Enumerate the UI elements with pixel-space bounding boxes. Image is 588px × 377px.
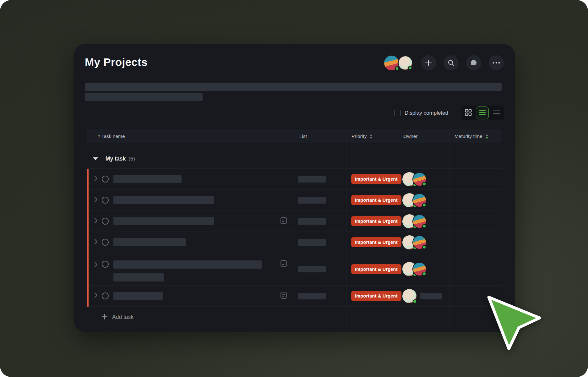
toolbar <box>384 55 504 70</box>
task-name-placeholder-group <box>113 260 262 281</box>
priority-badge[interactable]: Important & Urgent <box>351 264 401 274</box>
task-status-circle[interactable] <box>102 218 109 225</box>
list-placeholder <box>298 293 326 299</box>
search-button[interactable] <box>444 55 459 70</box>
group-row-my-task: My task (6) <box>87 149 502 169</box>
online-status-dot <box>422 245 426 249</box>
mouse-cursor-arrow <box>486 295 543 352</box>
table-header: # Task name List Priority Owner Maturity… <box>87 129 502 143</box>
plus-icon <box>425 59 432 66</box>
maturity-time-cell[interactable] <box>449 169 502 189</box>
task-row-6[interactable]: Important & Urgent <box>87 286 502 307</box>
expand-chevron-icon[interactable] <box>94 262 98 269</box>
list-placeholder <box>298 266 326 272</box>
list-placeholder <box>298 239 326 246</box>
column-header-owner[interactable]: Owner <box>398 129 449 143</box>
column-header-list[interactable]: List <box>294 129 346 143</box>
chat-bubble-icon <box>470 59 477 67</box>
task-name-placeholder <box>113 238 186 246</box>
add-task-label: Add task <box>112 314 133 320</box>
owner-avatar-teal-hat[interactable] <box>412 214 427 228</box>
task-name-placeholder <box>113 217 214 225</box>
task-status-circle[interactable] <box>102 197 109 204</box>
priority-badge[interactable]: Important & Urgent <box>351 216 401 226</box>
task-status-circle[interactable] <box>102 239 109 246</box>
notes-icon[interactable] <box>280 292 287 300</box>
task-row-5[interactable]: Important & Urgent <box>87 253 502 286</box>
maturity-time-cell[interactable] <box>449 190 502 210</box>
ellipsis-icon <box>493 62 500 64</box>
column-header-task-name[interactable]: # Task name <box>87 129 294 143</box>
online-status-dot <box>422 182 426 186</box>
sort-lines-icon <box>493 110 500 116</box>
grid-view-icon <box>465 109 472 117</box>
task-row-3[interactable]: Important & Urgent <box>87 211 502 232</box>
owner-avatar-teal-hat[interactable] <box>412 235 427 249</box>
notes-icon[interactable] <box>280 260 287 269</box>
online-status-dot <box>422 203 426 207</box>
online-status-dot <box>413 299 417 303</box>
expand-chevron-icon[interactable] <box>94 292 98 299</box>
online-status-dot <box>395 66 399 71</box>
plus-icon <box>102 314 107 321</box>
add-task-button[interactable]: Add task <box>87 307 294 328</box>
expand-chevron-icon[interactable] <box>94 218 98 225</box>
description-placeholder-line-1 <box>85 83 502 91</box>
maturity-sort-icon[interactable] <box>485 134 488 139</box>
avatar-teal-hat-user[interactable] <box>384 56 399 70</box>
display-completed-label[interactable]: Display completed <box>405 110 448 116</box>
owner-avatar-teal-hat[interactable] <box>412 262 427 276</box>
notes-icon[interactable] <box>280 217 287 226</box>
sort-view-button[interactable] <box>490 107 503 119</box>
list-placeholder <box>298 197 326 204</box>
owner-avatar-baby[interactable] <box>402 289 416 303</box>
list-placeholder <box>298 176 326 183</box>
group-collapse-caret-icon[interactable] <box>93 157 98 160</box>
priority-badge[interactable]: Important & Urgent <box>351 195 401 205</box>
desktop-background: My Projects <box>0 0 588 377</box>
add-button[interactable] <box>421 55 436 70</box>
member-avatars[interactable] <box>384 56 413 70</box>
list-placeholder <box>298 218 326 225</box>
task-name-placeholder <box>113 196 214 204</box>
list-view-icon <box>479 110 486 116</box>
search-icon <box>448 59 455 66</box>
task-status-circle[interactable] <box>102 261 109 268</box>
app-window: My Projects <box>74 44 515 332</box>
task-name-placeholder-line-2 <box>113 273 164 281</box>
task-row-1[interactable]: Important & Urgent <box>87 169 502 190</box>
more-button[interactable] <box>489 55 504 70</box>
task-table: # Task name List Priority Owner Maturity… <box>87 129 502 328</box>
task-name-placeholder-line-1 <box>113 260 262 269</box>
column-header-priority[interactable]: Priority <box>346 129 398 143</box>
avatar-baby-user[interactable] <box>398 56 413 70</box>
task-row-2[interactable]: Important & Urgent <box>87 190 502 211</box>
expand-chevron-icon[interactable] <box>94 239 98 246</box>
owner-avatar-teal-hat[interactable] <box>412 172 427 186</box>
expand-chevron-icon[interactable] <box>94 197 98 204</box>
table-spacer-row <box>87 143 502 149</box>
task-status-circle[interactable] <box>102 176 109 183</box>
chat-button[interactable] <box>466 55 481 70</box>
maturity-time-cell[interactable] <box>449 211 502 232</box>
owner-avatar-teal-hat[interactable] <box>412 193 427 207</box>
maturity-time-cell[interactable] <box>449 253 502 285</box>
priority-sort-icon[interactable] <box>369 134 373 139</box>
filter-row: Display completed <box>394 106 504 120</box>
priority-badge[interactable]: Important & Urgent <box>351 174 401 184</box>
group-label[interactable]: My task <box>106 156 126 162</box>
add-task-row: Add task <box>87 307 502 328</box>
column-header-maturity-time[interactable]: Maturity time <box>449 129 502 143</box>
priority-badge[interactable]: Important & Urgent <box>351 237 401 247</box>
display-completed-checkbox[interactable] <box>394 110 401 116</box>
list-view-button[interactable] <box>476 107 489 119</box>
maturity-time-cell[interactable] <box>449 232 502 253</box>
task-status-circle[interactable] <box>102 292 109 299</box>
page-title: My Projects <box>85 56 148 68</box>
grid-view-button[interactable] <box>462 107 475 119</box>
task-row-4[interactable]: Important & Urgent <box>87 232 502 253</box>
expand-chevron-icon[interactable] <box>94 176 98 183</box>
group-count: (6) <box>128 156 135 162</box>
priority-badge[interactable]: Important & Urgent <box>351 291 401 301</box>
task-name-placeholder <box>113 292 163 300</box>
